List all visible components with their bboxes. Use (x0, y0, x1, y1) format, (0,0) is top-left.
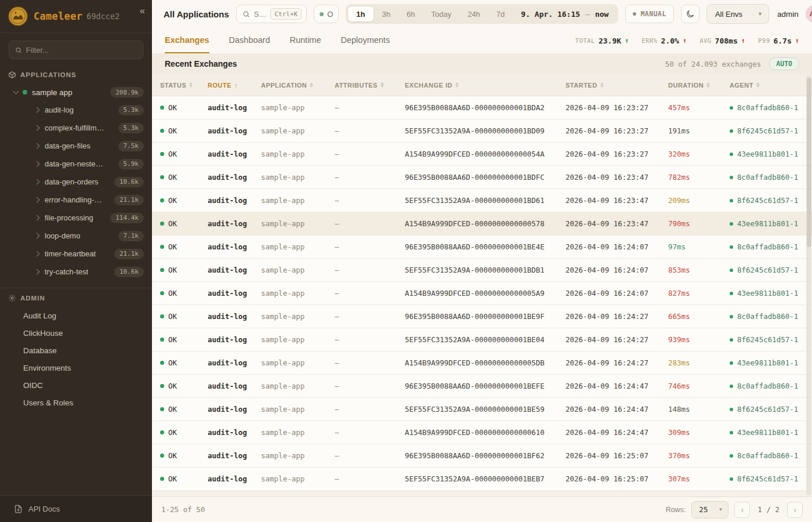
tab[interactable]: Exchanges (165, 28, 209, 53)
table-row[interactable]: OK audit-log sample-app — 5EF55FC31352A9… (152, 119, 812, 143)
table-row[interactable]: OK audit-log sample-app — 5EF55FC31352A9… (152, 189, 812, 212)
agent-status-dot (730, 222, 733, 226)
attributes-cell: — (335, 358, 405, 367)
admin-menu-item[interactable]: ClickHouse (0, 324, 152, 342)
agent-status-dot (730, 106, 733, 110)
sidebar-item-route[interactable]: try-catch-test 10.6k (0, 263, 152, 281)
theme-toggle-button[interactable] (681, 5, 699, 23)
sidebar-item-route[interactable]: timer-heartbeat 21.1k (0, 245, 152, 263)
tab-label: Deployments (341, 35, 390, 45)
table-row[interactable]: OK audit-log sample-app — A154B9A999DFCE… (152, 351, 812, 375)
agent-status-dot (730, 245, 733, 249)
previous-page-button[interactable]: ‹ (734, 502, 750, 518)
route-name: file-processing (45, 213, 93, 222)
time-range-button[interactable]: 6h (398, 6, 423, 22)
column-header[interactable]: AGENT ↑ (730, 82, 812, 89)
search-placeholder: S… (254, 10, 267, 19)
admin-menu-item[interactable]: Audit Log (0, 307, 152, 324)
sidebar-item-route[interactable]: data-gen-orders 10.6k (0, 173, 152, 191)
table-row[interactable]: OK audit-log sample-app — 96E395B0088AA6… (152, 166, 812, 189)
api-docs-link[interactable]: API Docs (0, 495, 152, 522)
table-row[interactable]: OK audit-log sample-app — 96E395B0088AA6… (152, 96, 812, 119)
started-cell: 2026-04-09 16:23:27 (566, 150, 668, 158)
table-row[interactable]: OK audit-log sample-app — A154B9A999DFCE… (152, 212, 812, 235)
table-row[interactable]: OK audit-log sample-app — 5EF55FC31352A9… (152, 467, 812, 491)
sidebar-item-route[interactable]: data-gen-neste… 5.9k (0, 155, 152, 173)
global-search[interactable]: S… Ctrl+K (236, 5, 307, 23)
time-range-button[interactable]: 7d (488, 6, 513, 22)
column-header[interactable]: APPLICATION ↑ (261, 82, 335, 89)
route-cell: audit-log (208, 382, 261, 390)
column-header[interactable]: STATUS ↑ (160, 82, 208, 89)
filter-input[interactable] (26, 46, 137, 55)
admin-menu-item[interactable]: Users & Roles (0, 394, 152, 411)
status-ok-dot (160, 338, 164, 342)
collapse-sidebar-icon[interactable]: « (140, 6, 145, 16)
app-count-badge: 208.9k (110, 87, 144, 97)
exchange-id-cell: 5EF55FC31352A9A-000000000001BE04 (405, 335, 566, 344)
time-range-button[interactable]: 3h (374, 6, 398, 22)
sidebar-item-route[interactable]: file-processing 114.4k (0, 209, 152, 227)
tabs: Exchanges Dashboard Runtime Deployments (165, 28, 390, 53)
status-cell: OK (160, 474, 208, 483)
admin-menu-item[interactable]: OIDC (0, 376, 152, 394)
auto-refresh-badge[interactable]: AUTO (769, 57, 799, 70)
tab[interactable]: Deployments (341, 28, 390, 53)
started-cell: 2026-04-09 16:24:07 (566, 242, 668, 251)
admin-menu-item-label: ClickHouse (23, 329, 63, 338)
brand-name: Cameleer (34, 10, 82, 22)
date-range-display[interactable]: 9. Apr. 16:15 — now (513, 10, 617, 19)
column-header[interactable]: STARTED ↑ (566, 82, 668, 89)
column-header[interactable]: ROUTE ↑ (208, 82, 261, 89)
column-header[interactable]: DURATION ↑ (668, 82, 730, 89)
table-row[interactable]: OK audit-log sample-app — A154B9A999DFCE… (152, 421, 812, 444)
table-row[interactable]: OK audit-log sample-app — 96E395B0088AA6… (152, 305, 812, 328)
time-range-button[interactable]: 24h (459, 6, 488, 22)
sort-icon (455, 82, 459, 88)
sidebar-item-route[interactable]: data-gen-files 7.5k (0, 137, 152, 155)
table-row[interactable]: OK audit-log sample-app — A154B9A999DFCE… (152, 143, 812, 166)
agent-id: 8c0affadb860-1 (737, 103, 798, 112)
status-filter-chip[interactable]: O (314, 5, 339, 23)
route-count-badge: 21.1k (114, 195, 144, 205)
admin-menu-item[interactable]: Database (0, 342, 152, 359)
table-row[interactable]: OK audit-log sample-app — 5EF55FC31352A9… (152, 398, 812, 421)
time-range-button[interactable]: Today (423, 6, 459, 22)
table-row[interactable]: OK audit-log sample-app — 5EF55FC31352A9… (152, 328, 812, 351)
tab[interactable]: Dashboard (229, 28, 270, 53)
admin-menu-item[interactable]: Environments (0, 359, 152, 376)
next-page-button[interactable]: › (787, 502, 803, 518)
status-ok-dot (160, 314, 164, 318)
table-row[interactable]: OK audit-log sample-app — 96E395B0088AA6… (152, 235, 812, 259)
rows-per-page-select[interactable]: 25 ▼ (691, 501, 728, 519)
table-row[interactable]: OK audit-log sample-app — A154B9A999DFCE… (152, 282, 812, 305)
application-cell: sample-app (261, 335, 335, 344)
column-header[interactable]: ATTRIBUTES ↑ (335, 82, 405, 89)
sidebar-filter[interactable] (9, 41, 143, 59)
sidebar-item-route[interactable]: loop-demo 7.1k (0, 227, 152, 245)
applications-section-header: APPLICATIONS (0, 65, 152, 84)
sidebar-item-sample-app[interactable]: sample app 208.9k (0, 84, 152, 101)
sidebar-item-route[interactable]: error-handling-… 21.1k (0, 191, 152, 209)
scrollbar-thumb[interactable] (807, 78, 811, 247)
status-text: OK (168, 219, 177, 228)
avatar[interactable]: AD (806, 5, 812, 23)
agent-cell: 8c0affadb860-1 (730, 173, 812, 182)
tab[interactable]: Runtime (290, 28, 321, 53)
sidebar-item-route[interactable]: complex-fulfillm… 5.3k (0, 119, 152, 137)
sidebar-item-route[interactable]: audit-log 5.3k (0, 101, 152, 119)
route-cell: audit-log (208, 451, 261, 460)
table-row[interactable]: OK audit-log sample-app — 5EF55FC31352A9… (152, 259, 812, 282)
time-range-button[interactable]: 1h (347, 6, 374, 22)
topbar: All Applications S… Ctrl+K O 1h 3h (152, 0, 812, 28)
manual-refresh-button[interactable]: MANUAL (625, 5, 674, 23)
agent-cell: 8c0affadb860-1 (730, 451, 812, 460)
status-text: OK (168, 150, 177, 158)
table-row[interactable]: OK audit-log sample-app — 96E395B0088AA6… (152, 375, 812, 398)
environment-select[interactable]: All Envs ▼ (706, 4, 769, 24)
tab-label: Runtime (290, 35, 321, 45)
column-header[interactable]: EXCHANGE ID ↑ (405, 82, 566, 89)
exchange-id-cell: 5EF55FC31352A9A-000000000001BD09 (405, 126, 566, 135)
scrollbar-track[interactable] (806, 75, 811, 495)
table-row[interactable]: OK audit-log sample-app — 96E395B0088AA6… (152, 444, 812, 467)
